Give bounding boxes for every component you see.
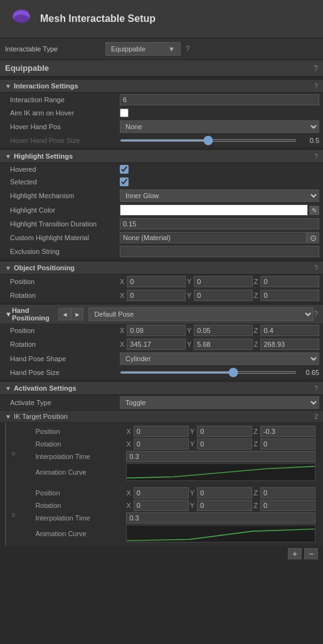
activate-type-select[interactable]: Toggle <box>120 396 319 409</box>
object-rotation-control: X Y Z <box>120 290 319 301</box>
interaction-range-row: Interaction Range <box>0 93 323 107</box>
interaction-range-input[interactable] <box>120 94 319 105</box>
ik0-rot-y[interactable] <box>197 438 252 450</box>
app-title: Mesh Interactable Setup <box>40 13 156 24</box>
ik-target-header[interactable]: ▼ IK Target Position 2 <box>0 410 323 423</box>
highlight-mechanism-label: Highlight Mechanism <box>10 192 120 199</box>
ik1-pos-z[interactable] <box>260 487 315 499</box>
highlight-mechanism-select[interactable]: Inner Glow <box>120 189 319 202</box>
object-rotation-x[interactable] <box>127 290 186 301</box>
ik1-anim-curve[interactable] <box>126 525 315 542</box>
highlight-color-box[interactable] <box>120 204 308 216</box>
ik-add-btn[interactable]: + <box>288 548 302 559</box>
selected-row: Selected <box>0 176 323 188</box>
hover-hand-pose-size-slider[interactable] <box>120 139 297 142</box>
activate-type-control: Toggle <box>120 396 319 409</box>
interactable-type-label: Interactable Type <box>5 45 105 53</box>
ik1-pos-x-label: X <box>126 489 130 497</box>
highlight-color-control[interactable]: ✎ <box>120 204 319 216</box>
ik1-pos-y[interactable] <box>197 487 252 499</box>
hand-rotation-control: X Y Z <box>120 339 319 350</box>
activation-settings-help[interactable]: ? <box>314 384 318 392</box>
highlight-settings-header[interactable]: ▼ Highlight Settings ? <box>0 149 323 163</box>
hand-pos-x[interactable] <box>127 325 186 336</box>
svg-rect-3 <box>127 464 315 480</box>
object-positioning-help[interactable]: ? <box>314 264 318 272</box>
interaction-settings-header[interactable]: ▼ Interaction Settings ? <box>0 79 323 93</box>
object-position-y[interactable] <box>194 276 253 287</box>
highlight-transition-input[interactable] <box>120 218 319 230</box>
ik-drag-handle-1[interactable]: ≡ <box>11 511 15 519</box>
ik0-pos-y[interactable] <box>197 426 252 437</box>
ik0-rotation-row: Rotation X Y Z <box>18 438 319 450</box>
object-rotation-row: Rotation X Y Z <box>0 288 323 302</box>
ik1-pos-x[interactable] <box>134 487 189 499</box>
hand-rot-y-label: Y <box>187 340 191 348</box>
ik1-rot-y[interactable] <box>197 500 252 511</box>
hand-positioning-help[interactable]: ? <box>314 310 318 319</box>
ik1-interp-label: Interpolation Time <box>35 514 126 522</box>
hand-rot-z[interactable] <box>260 339 319 350</box>
selected-checkbox[interactable] <box>120 177 129 186</box>
hand-positioning-prev-btn[interactable]: ◄ <box>58 308 71 320</box>
object-position-z[interactable] <box>260 276 319 287</box>
ik1-anim-label: Animation Curve <box>35 530 126 537</box>
ik1-position-row: Position X Y Z <box>18 487 319 499</box>
ik0-rot-x-label: X <box>126 440 130 448</box>
custom-material-control: ⊙ <box>120 232 319 243</box>
ik0-pos-z[interactable] <box>260 426 315 437</box>
hand-pose-size-slider[interactable] <box>120 371 297 374</box>
aim-ik-label: Aim IK arm on Hover <box>10 109 120 117</box>
ik0-anim-curve[interactable] <box>126 463 315 481</box>
ik0-interp-input[interactable] <box>126 451 315 462</box>
interactable-type-dropdown[interactable]: Equippable ▼ <box>105 42 181 56</box>
hand-pose-shape-select[interactable]: Cylinder <box>120 352 319 365</box>
ik0-anim-row: Animation Curve <box>18 463 319 482</box>
hand-positioning-next-btn[interactable]: ► <box>71 308 83 320</box>
highlight-color-picker-btn[interactable]: ✎ <box>309 206 319 215</box>
hand-pose-shape-label: Hand Pose Shape <box>10 355 120 362</box>
hovered-checkbox[interactable] <box>120 165 129 174</box>
ik1-rot-x[interactable] <box>134 500 189 511</box>
exclusion-string-input[interactable] <box>120 246 319 257</box>
ik0-rot-z[interactable] <box>260 438 315 450</box>
custom-material-input[interactable] <box>120 232 307 243</box>
hand-pose-size-label: Hand Pose Size <box>10 369 120 376</box>
object-rotation-x-label: X <box>120 292 124 299</box>
custom-material-browse-btn[interactable]: ⊙ <box>307 232 319 243</box>
object-rotation-y[interactable] <box>194 290 253 301</box>
dropdown-arrow-icon: ▼ <box>168 45 175 53</box>
ik1-interp-input[interactable] <box>126 512 315 524</box>
highlight-settings-title: Highlight Settings <box>14 152 314 160</box>
object-rotation-z[interactable] <box>260 290 319 301</box>
object-positioning-header[interactable]: ▼ Object Positioning ? <box>0 261 323 275</box>
interactable-type-help[interactable]: ? <box>186 45 190 53</box>
highlight-settings-help[interactable]: ? <box>314 152 318 160</box>
exclusion-string-row: Exclusion String <box>0 245 323 258</box>
hover-hand-pos-select[interactable]: None <box>120 120 319 133</box>
hand-pose-size-row: Hand Pose Size 0.65 <box>0 366 323 379</box>
ik0-pos-x[interactable] <box>134 426 189 437</box>
ik1-rot-z[interactable] <box>260 500 315 511</box>
interaction-settings-title: Interaction Settings <box>14 82 314 90</box>
ik-drag-handle-0[interactable]: ≡ <box>11 450 15 457</box>
object-position-y-label: Y <box>187 278 191 285</box>
activation-settings-header[interactable]: ▼ Activation Settings ? <box>0 381 323 395</box>
interactable-type-value: Equippable <box>111 45 146 53</box>
ik0-rot-x[interactable] <box>134 438 189 450</box>
aim-ik-checkbox[interactable] <box>120 108 129 117</box>
hand-rot-y[interactable] <box>194 339 253 350</box>
hand-pose-shape-control: Cylinder <box>120 352 319 365</box>
object-position-x[interactable] <box>127 276 186 287</box>
hand-positioning-pose-select[interactable]: Default Pose <box>88 307 314 321</box>
ik-remove-btn[interactable]: − <box>304 548 318 559</box>
hand-pos-y[interactable] <box>194 325 253 336</box>
custom-material-label: Custom Highlight Material <box>10 234 120 241</box>
interaction-settings-help[interactable]: ? <box>314 82 318 90</box>
ik1-interp-row: Interpolation Time <box>18 512 319 524</box>
hand-rot-x[interactable] <box>127 339 186 350</box>
hand-pose-shape-row: Hand Pose Shape Cylinder <box>0 351 323 366</box>
highlight-transition-row: Highlight Transition Duration <box>0 217 323 231</box>
equippable-help[interactable]: ? <box>314 64 318 73</box>
hand-pos-z[interactable] <box>260 325 319 336</box>
